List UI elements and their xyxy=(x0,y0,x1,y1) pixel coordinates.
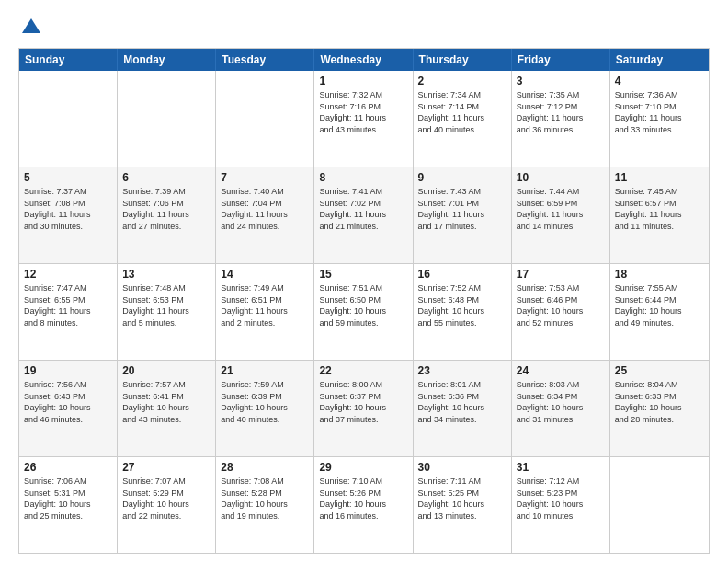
day-number: 21 xyxy=(221,364,309,377)
day-info: Sunrise: 7:11 AM Sunset: 5:25 PM Dayligh… xyxy=(418,476,506,522)
empty-cell xyxy=(216,71,314,167)
day-cell-29: 29Sunrise: 7:10 AM Sunset: 5:26 PM Dayli… xyxy=(314,457,413,553)
day-info: Sunrise: 7:10 AM Sunset: 5:26 PM Dayligh… xyxy=(319,476,407,522)
page: SundayMondayTuesdayWednesdayThursdayFrid… xyxy=(0,0,728,563)
logo-icon xyxy=(18,15,44,40)
day-number: 12 xyxy=(24,268,112,281)
day-info: Sunrise: 7:12 AM Sunset: 5:23 PM Dayligh… xyxy=(517,476,605,522)
header-cell-wednesday: Wednesday xyxy=(314,49,413,71)
empty-cell xyxy=(19,71,118,167)
day-number: 25 xyxy=(615,364,704,377)
day-info: Sunrise: 7:45 AM Sunset: 6:57 PM Dayligh… xyxy=(615,186,704,232)
day-number: 8 xyxy=(319,171,407,184)
day-cell-6: 6Sunrise: 7:39 AM Sunset: 7:06 PM Daylig… xyxy=(118,167,216,263)
day-cell-10: 10Sunrise: 7:44 AM Sunset: 6:59 PM Dayli… xyxy=(512,167,610,263)
day-cell-20: 20Sunrise: 7:57 AM Sunset: 6:41 PM Dayli… xyxy=(118,361,216,456)
header-cell-thursday: Thursday xyxy=(414,49,512,71)
day-number: 30 xyxy=(418,461,506,474)
day-info: Sunrise: 8:03 AM Sunset: 6:34 PM Dayligh… xyxy=(517,379,605,425)
day-cell-21: 21Sunrise: 7:59 AM Sunset: 6:39 PM Dayli… xyxy=(216,361,314,456)
day-number: 19 xyxy=(24,364,112,377)
day-info: Sunrise: 7:49 AM Sunset: 6:51 PM Dayligh… xyxy=(221,282,309,328)
day-number: 23 xyxy=(418,364,506,377)
day-number: 11 xyxy=(615,171,704,184)
calendar-row-4: 19Sunrise: 7:56 AM Sunset: 6:43 PM Dayli… xyxy=(19,361,709,457)
day-info: Sunrise: 7:52 AM Sunset: 6:48 PM Dayligh… xyxy=(418,282,506,328)
empty-cell xyxy=(118,71,216,167)
day-number: 28 xyxy=(221,461,309,474)
day-info: Sunrise: 7:53 AM Sunset: 6:46 PM Dayligh… xyxy=(517,282,605,328)
header-cell-monday: Monday xyxy=(118,49,216,71)
calendar: SundayMondayTuesdayWednesdayThursdayFrid… xyxy=(18,48,710,554)
day-cell-18: 18Sunrise: 7:55 AM Sunset: 6:44 PM Dayli… xyxy=(610,264,709,360)
day-cell-3: 3Sunrise: 7:35 AM Sunset: 7:12 PM Daylig… xyxy=(512,71,610,167)
day-info: Sunrise: 7:08 AM Sunset: 5:28 PM Dayligh… xyxy=(221,476,309,522)
day-cell-30: 30Sunrise: 7:11 AM Sunset: 5:25 PM Dayli… xyxy=(414,457,512,553)
day-cell-22: 22Sunrise: 8:00 AM Sunset: 6:37 PM Dayli… xyxy=(314,361,413,456)
header-cell-friday: Friday xyxy=(512,49,610,71)
day-number: 16 xyxy=(418,268,506,281)
day-number: 18 xyxy=(615,268,704,281)
calendar-header-row: SundayMondayTuesdayWednesdayThursdayFrid… xyxy=(19,49,709,71)
day-info: Sunrise: 7:55 AM Sunset: 6:44 PM Dayligh… xyxy=(615,282,704,328)
day-cell-31: 31Sunrise: 7:12 AM Sunset: 5:23 PM Dayli… xyxy=(512,457,610,553)
day-cell-1: 1Sunrise: 7:32 AM Sunset: 7:16 PM Daylig… xyxy=(314,71,413,167)
day-info: Sunrise: 7:35 AM Sunset: 7:12 PM Dayligh… xyxy=(517,89,605,135)
header-cell-saturday: Saturday xyxy=(610,49,709,71)
day-number: 10 xyxy=(517,171,605,184)
day-cell-17: 17Sunrise: 7:53 AM Sunset: 6:46 PM Dayli… xyxy=(512,264,610,360)
day-cell-16: 16Sunrise: 7:52 AM Sunset: 6:48 PM Dayli… xyxy=(414,264,512,360)
day-cell-23: 23Sunrise: 8:01 AM Sunset: 6:36 PM Dayli… xyxy=(414,361,512,456)
day-number: 15 xyxy=(319,268,407,281)
day-cell-9: 9Sunrise: 7:43 AM Sunset: 7:01 PM Daylig… xyxy=(414,167,512,263)
day-number: 14 xyxy=(221,268,309,281)
day-number: 1 xyxy=(319,75,407,87)
day-cell-13: 13Sunrise: 7:48 AM Sunset: 6:53 PM Dayli… xyxy=(118,264,216,360)
day-number: 13 xyxy=(122,268,210,281)
day-number: 27 xyxy=(122,461,210,474)
day-cell-25: 25Sunrise: 8:04 AM Sunset: 6:33 PM Dayli… xyxy=(610,361,709,456)
day-number: 17 xyxy=(517,268,605,281)
calendar-row-2: 5Sunrise: 7:37 AM Sunset: 7:08 PM Daylig… xyxy=(19,167,709,264)
day-cell-14: 14Sunrise: 7:49 AM Sunset: 6:51 PM Dayli… xyxy=(216,264,314,360)
calendar-row-1: 1Sunrise: 7:32 AM Sunset: 7:16 PM Daylig… xyxy=(19,71,709,167)
day-number: 2 xyxy=(418,75,506,87)
day-number: 31 xyxy=(517,461,605,474)
day-info: Sunrise: 7:06 AM Sunset: 5:31 PM Dayligh… xyxy=(24,476,112,522)
day-info: Sunrise: 7:57 AM Sunset: 6:41 PM Dayligh… xyxy=(122,379,210,425)
day-info: Sunrise: 8:04 AM Sunset: 6:33 PM Dayligh… xyxy=(615,379,704,425)
empty-cell xyxy=(610,457,709,553)
day-info: Sunrise: 7:37 AM Sunset: 7:08 PM Dayligh… xyxy=(24,186,112,232)
day-cell-26: 26Sunrise: 7:06 AM Sunset: 5:31 PM Dayli… xyxy=(19,457,118,553)
day-info: Sunrise: 7:40 AM Sunset: 7:04 PM Dayligh… xyxy=(221,186,309,232)
day-cell-19: 19Sunrise: 7:56 AM Sunset: 6:43 PM Dayli… xyxy=(19,361,118,456)
day-info: Sunrise: 7:32 AM Sunset: 7:16 PM Dayligh… xyxy=(319,89,407,135)
day-cell-27: 27Sunrise: 7:07 AM Sunset: 5:29 PM Dayli… xyxy=(118,457,216,553)
day-number: 22 xyxy=(319,364,407,377)
calendar-row-3: 12Sunrise: 7:47 AM Sunset: 6:55 PM Dayli… xyxy=(19,264,709,361)
day-number: 24 xyxy=(517,364,605,377)
day-info: Sunrise: 7:43 AM Sunset: 7:01 PM Dayligh… xyxy=(418,186,506,232)
day-cell-8: 8Sunrise: 7:41 AM Sunset: 7:02 PM Daylig… xyxy=(314,167,413,263)
day-info: Sunrise: 8:01 AM Sunset: 6:36 PM Dayligh… xyxy=(418,379,506,425)
day-info: Sunrise: 7:41 AM Sunset: 7:02 PM Dayligh… xyxy=(319,186,407,232)
day-cell-2: 2Sunrise: 7:34 AM Sunset: 7:14 PM Daylig… xyxy=(414,71,512,167)
day-number: 5 xyxy=(24,171,112,184)
day-cell-11: 11Sunrise: 7:45 AM Sunset: 6:57 PM Dayli… xyxy=(610,167,709,263)
day-info: Sunrise: 7:07 AM Sunset: 5:29 PM Dayligh… xyxy=(122,476,210,522)
calendar-body: 1Sunrise: 7:32 AM Sunset: 7:16 PM Daylig… xyxy=(19,71,709,553)
day-info: Sunrise: 7:56 AM Sunset: 6:43 PM Dayligh… xyxy=(24,379,112,425)
day-info: Sunrise: 7:47 AM Sunset: 6:55 PM Dayligh… xyxy=(24,282,112,328)
day-cell-24: 24Sunrise: 8:03 AM Sunset: 6:34 PM Dayli… xyxy=(512,361,610,456)
logo xyxy=(18,15,48,40)
day-cell-28: 28Sunrise: 7:08 AM Sunset: 5:28 PM Dayli… xyxy=(216,457,314,553)
day-number: 3 xyxy=(517,75,605,87)
header-cell-sunday: Sunday xyxy=(19,49,118,71)
day-info: Sunrise: 7:51 AM Sunset: 6:50 PM Dayligh… xyxy=(319,282,407,328)
calendar-row-5: 26Sunrise: 7:06 AM Sunset: 5:31 PM Dayli… xyxy=(19,457,709,553)
day-info: Sunrise: 7:39 AM Sunset: 7:06 PM Dayligh… xyxy=(122,186,210,232)
day-info: Sunrise: 7:44 AM Sunset: 6:59 PM Dayligh… xyxy=(517,186,605,232)
day-number: 20 xyxy=(122,364,210,377)
day-info: Sunrise: 7:48 AM Sunset: 6:53 PM Dayligh… xyxy=(122,282,210,328)
day-number: 4 xyxy=(615,75,704,87)
